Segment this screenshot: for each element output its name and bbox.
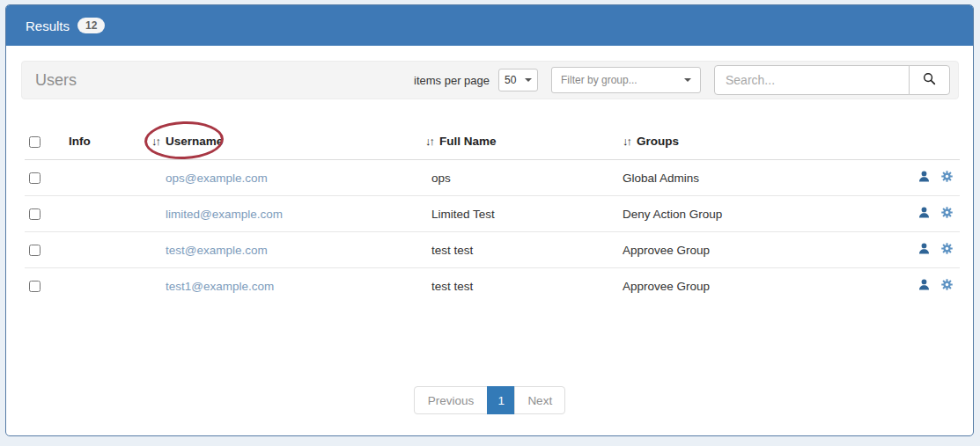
sort-icon: ↓↑: [623, 135, 630, 148]
table-row: test@example.com test test Approvee Grou…: [25, 232, 960, 268]
items-per-page-label: items per page: [414, 74, 490, 87]
previous-page-button[interactable]: Previous: [414, 386, 489, 414]
user-icon: [917, 281, 931, 294]
row-checkbox-cell: [25, 196, 60, 232]
table-row: limited@example.com Limited Test Deny Ac…: [25, 196, 960, 232]
user-icon: [917, 245, 931, 258]
group-filter-value: Filter by group...: [561, 74, 637, 86]
results-panel-header: Results 12: [6, 5, 973, 46]
actions-cell: [907, 232, 960, 268]
magnifier-icon: [922, 71, 937, 90]
row-checkbox[interactable]: [29, 208, 41, 220]
row-checkbox-cell: [25, 232, 60, 268]
gear-icon: [940, 245, 954, 258]
items-per-page-value: 50: [505, 74, 516, 86]
users-table-body: ops@example.com ops Global Admins: [25, 160, 960, 304]
info-cell: [60, 232, 148, 268]
groups-cell: Deny Action Group: [599, 196, 907, 232]
actions-cell: [907, 196, 960, 232]
page: { "results_panel": { "title": "Results",…: [0, 0, 980, 446]
column-header-full-name[interactable]: ↓↑Full Name: [403, 122, 599, 160]
select-all-checkbox[interactable]: [29, 136, 41, 148]
full-name-cell: ops: [403, 160, 599, 196]
users-toolbar: Users items per page 50 Filter by group.…: [21, 61, 959, 99]
results-panel: Results 12 Users items per page 50 Filte…: [5, 4, 974, 436]
user-profile-button[interactable]: [917, 278, 931, 294]
sort-icon: ↓↑: [151, 135, 159, 148]
gear-icon: [940, 208, 954, 222]
current-page-button[interactable]: 1: [487, 386, 515, 414]
user-icon: [917, 208, 931, 222]
users-table: Info ↓↑Username ↓↑Full Name ↓↑Groups: [25, 122, 960, 303]
row-checkbox[interactable]: [29, 245, 41, 256]
full-name-cell: test test: [403, 268, 599, 304]
gear-icon: [940, 281, 954, 294]
row-checkbox[interactable]: [29, 172, 41, 184]
user-settings-button[interactable]: [940, 170, 954, 186]
row-checkbox[interactable]: [29, 281, 41, 292]
groups-cell: Global Admins: [599, 160, 907, 196]
user-settings-button[interactable]: [940, 242, 954, 258]
info-cell: [60, 160, 148, 196]
search-input[interactable]: [714, 65, 910, 95]
group-filter-dropdown[interactable]: Filter by group...: [551, 67, 701, 93]
column-header-info: Info: [60, 122, 148, 160]
section-title: Users: [35, 71, 77, 90]
username-cell: limited@example.com: [148, 196, 403, 232]
column-label-groups: Groups: [637, 135, 679, 148]
users-table-wrap: Info ↓↑Username ↓↑Full Name ↓↑Groups: [25, 122, 960, 303]
pagination: Previous 1 Next: [6, 386, 973, 414]
user-profile-button[interactable]: [917, 170, 931, 186]
row-checkbox-cell: [25, 160, 60, 196]
column-label-info: Info: [69, 135, 91, 148]
user-settings-button[interactable]: [940, 278, 954, 294]
username-cell: test@example.com: [148, 232, 403, 268]
full-name-cell: Limited Test: [403, 196, 599, 232]
results-count-badge: 12: [77, 18, 105, 33]
table-header-row: Info ↓↑Username ↓↑Full Name ↓↑Groups: [25, 122, 960, 160]
select-all-header-cell: [25, 122, 60, 160]
results-title: Results: [26, 18, 70, 33]
user-profile-button[interactable]: [917, 242, 931, 258]
actions-cell: [907, 268, 960, 304]
table-row: ops@example.com ops Global Admins: [25, 160, 960, 196]
next-page-button[interactable]: Next: [514, 386, 565, 414]
username-link[interactable]: ops@example.com: [166, 172, 268, 185]
groups-cell: Approvee Group: [599, 268, 907, 304]
user-profile-button[interactable]: [917, 206, 931, 222]
column-header-username[interactable]: ↓↑Username: [148, 122, 403, 160]
user-settings-button[interactable]: [940, 206, 954, 222]
column-label-username: Username: [166, 135, 223, 148]
caret-down-icon: [525, 78, 532, 82]
username-link[interactable]: test@example.com: [166, 244, 268, 257]
sort-icon: ↓↑: [425, 135, 433, 148]
column-header-actions: [907, 122, 960, 160]
search-group: [714, 65, 950, 95]
user-icon: [917, 172, 931, 186]
groups-cell: Approvee Group: [599, 232, 907, 268]
gear-icon: [940, 172, 954, 186]
caret-down-icon: [684, 78, 691, 82]
full-name-cell: test test: [403, 232, 599, 268]
search-button[interactable]: [909, 65, 950, 95]
username-cell: ops@example.com: [148, 160, 403, 196]
items-per-page-select[interactable]: 50: [498, 69, 538, 91]
info-cell: [60, 268, 148, 304]
column-label-full-name: Full Name: [439, 135, 497, 148]
info-cell: [60, 196, 148, 232]
username-cell: test1@example.com: [148, 268, 403, 304]
username-link[interactable]: limited@example.com: [166, 208, 283, 221]
actions-cell: [907, 160, 960, 196]
table-row: test1@example.com test test Approvee Gro…: [25, 268, 960, 304]
column-header-groups[interactable]: ↓↑Groups: [599, 122, 907, 160]
row-checkbox-cell: [25, 268, 60, 304]
username-link[interactable]: test1@example.com: [166, 280, 274, 293]
